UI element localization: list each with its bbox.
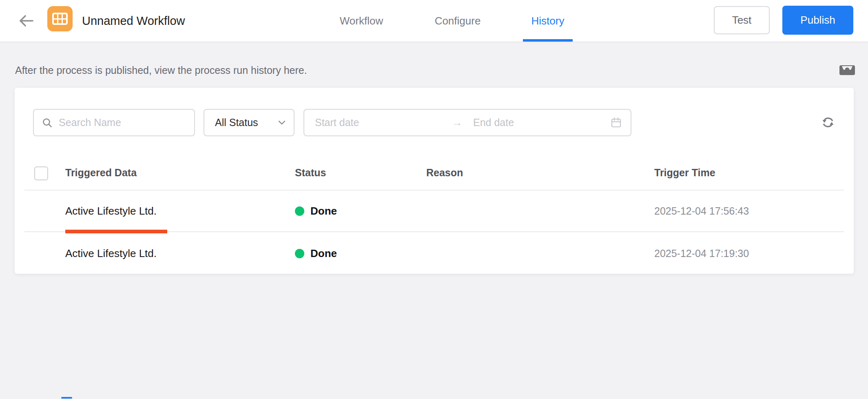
column-header-status: Status	[295, 160, 326, 186]
tab-workflow[interactable]: Workflow	[334, 0, 389, 42]
page-title: Unnamed Workflow	[82, 0, 185, 42]
inbox-icon	[839, 63, 855, 77]
calendar-icon	[611, 117, 622, 128]
refresh-button[interactable]	[819, 115, 837, 131]
test-button[interactable]: Test	[714, 6, 770, 34]
inbox-button[interactable]	[838, 62, 856, 78]
triggered-data-cell[interactable]: Active Lifestyle Ltd.	[65, 191, 157, 231]
refresh-icon	[821, 115, 835, 129]
end-date-placeholder: End date	[473, 117, 611, 129]
banner-text: After the process is published, view the…	[15, 64, 307, 76]
row-highlight-indicator	[65, 230, 167, 233]
tab-configure[interactable]: Configure	[428, 0, 487, 42]
arrow-left-icon	[17, 13, 35, 29]
back-button[interactable]	[16, 12, 36, 30]
publish-button[interactable]: Publish	[782, 6, 853, 35]
search-input[interactable]	[58, 116, 187, 129]
trigger-time-cell: 2025-12-04 17:19:30	[654, 233, 749, 274]
status-filter-select[interactable]: All Status	[204, 109, 294, 136]
trigger-time-cell: 2025-12-04 17:56:43	[654, 191, 749, 231]
status-dot-icon	[295, 249, 304, 258]
status-label: Done	[310, 191, 337, 231]
column-header-reason: Reason	[426, 160, 463, 186]
status-cell: Done	[295, 233, 337, 274]
table-row[interactable]: Active Lifestyle Ltd. Done 2025-12-04 17…	[15, 233, 854, 274]
workflow-app-icon	[47, 6, 73, 31]
chevron-down-icon	[278, 120, 286, 125]
triggered-data-cell[interactable]: Active Lifestyle Ltd.	[65, 233, 157, 274]
active-tab-indicator	[523, 39, 573, 42]
range-arrow-icon: →	[452, 116, 463, 129]
select-all-checkbox[interactable]	[34, 166, 48, 180]
info-banner: After the process is published, view the…	[0, 43, 868, 86]
column-header-trigger-time: Trigger Time	[654, 160, 715, 186]
table-row[interactable]: Active Lifestyle Ltd. Done 2025-12-04 17…	[15, 191, 854, 231]
search-icon	[42, 117, 53, 128]
status-cell: Done	[295, 191, 337, 231]
table-grid-icon	[52, 13, 68, 25]
start-date-placeholder: Start date	[315, 117, 452, 129]
date-range-picker[interactable]: Start date → End date	[303, 109, 631, 136]
screen: Unnamed Workflow Workflow Configure Hist…	[0, 0, 868, 399]
history-card: All Status Start date → End date	[15, 88, 854, 274]
column-header-triggered-data: Triggered Data	[65, 160, 137, 186]
status-label: Done	[310, 233, 337, 274]
bottom-edge-indicator	[61, 397, 72, 399]
app-header: Unnamed Workflow Workflow Configure Hist…	[0, 0, 868, 42]
search-name-field[interactable]	[33, 109, 195, 136]
status-dot-icon	[295, 206, 304, 216]
tab-history[interactable]: History	[525, 0, 570, 42]
status-filter-value: All Status	[215, 117, 258, 129]
